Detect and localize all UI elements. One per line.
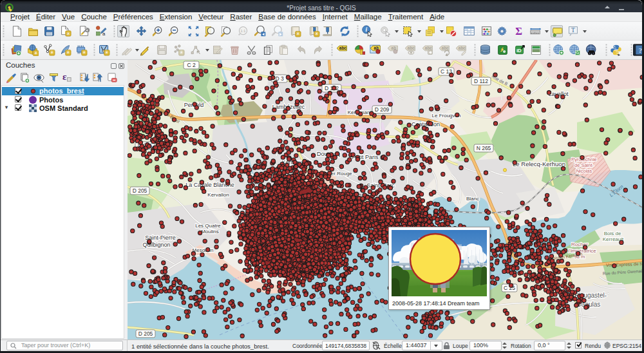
svg-text:✳: ✳ <box>82 50 87 55</box>
svg-text:ε: ε <box>62 72 67 82</box>
svg-text:abc: abc <box>459 46 466 50</box>
svg-text:i: i <box>365 26 367 33</box>
svg-text:abc: abc <box>339 46 347 50</box>
svg-text:✳: ✳ <box>50 50 55 55</box>
svg-text:Quilbignon: Quilbignon <box>142 242 170 248</box>
svg-text:?: ? <box>638 46 642 54</box>
svg-text:✳: ✳ <box>296 31 301 37</box>
svg-text:Σ: Σ <box>515 25 522 37</box>
svg-text:D 209: D 209 <box>375 106 390 113</box>
svg-text:Les Quatre: Les Quatre <box>195 223 221 229</box>
svg-text:abc: abc <box>408 46 415 50</box>
svg-text:D 205: D 205 <box>133 187 147 194</box>
svg-text:D 205: D 205 <box>138 330 153 337</box>
svg-text:✳: ✳ <box>66 50 71 55</box>
svg-text:Blanc: Blanc <box>466 196 479 202</box>
svg-text:✳: ✳ <box>33 50 38 56</box>
svg-text:abc: abc <box>442 46 450 50</box>
svg-text:✳: ✳ <box>180 50 184 55</box>
svg-text:T: T <box>571 27 575 33</box>
svg-text:abc: abc <box>425 46 433 50</box>
svg-text:a: a <box>102 31 106 37</box>
svg-text:de Saint-: de Saint- <box>574 162 594 168</box>
svg-text:Nicolas: Nicolas <box>576 168 592 174</box>
svg-text:1:1: 1:1 <box>241 29 246 33</box>
svg-text:C 2: C 2 <box>187 62 196 68</box>
svg-text:N 265: N 265 <box>477 145 491 151</box>
svg-text:Mesdoun: Mesdoun <box>193 247 214 253</box>
svg-text:✳: ✳ <box>66 31 71 37</box>
svg-text:Kervallon: Kervallon <box>207 192 229 198</box>
svg-text:Bois de: Bois de <box>604 231 621 236</box>
svg-text:Moulins: Moulins <box>201 229 219 234</box>
svg-text:D 112: D 112 <box>474 78 488 84</box>
svg-text:✳: ✳ <box>105 50 109 55</box>
svg-text:Le Relecq-Kerhuon: Le Relecq-Kerhuon <box>513 160 565 167</box>
svg-text:✳: ✳ <box>315 31 319 37</box>
